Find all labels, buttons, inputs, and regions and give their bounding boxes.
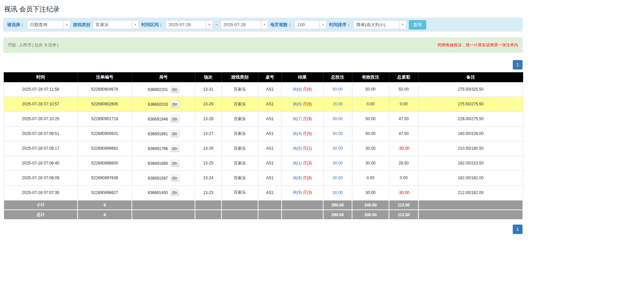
total-bet-cell: 30.00 bbox=[323, 156, 352, 171]
total-total-bet: 290.00 bbox=[323, 210, 352, 220]
search-button[interactable]: 查询 bbox=[409, 20, 426, 30]
total-bet-link[interactable]: 30.00 bbox=[333, 146, 343, 151]
total-valid-bet: 240.00 bbox=[352, 210, 389, 220]
game-type-cell: 百家乐 bbox=[221, 111, 258, 126]
page-1-button[interactable]: 1 bbox=[513, 225, 523, 234]
note-cell: 182.00/210.50 bbox=[418, 156, 523, 171]
time-cell: 2025-07-28 07:08:09 bbox=[4, 171, 78, 185]
video-camera-icon[interactable] bbox=[170, 115, 179, 123]
note-cell: 180.50/228.00 bbox=[418, 126, 523, 141]
table-row: 2025-07-28 07:08:40522690898600636691665… bbox=[4, 156, 523, 171]
video-camera-icon[interactable] bbox=[170, 86, 179, 93]
time-range-label: 时间区间： bbox=[141, 22, 163, 28]
game-type-cell: 百家乐 bbox=[221, 156, 258, 171]
bet-id-cell: 522690898600 bbox=[78, 156, 132, 171]
subtotal-payout: 113.50 bbox=[389, 200, 418, 210]
chevron-down-icon[interactable]: ▼ bbox=[399, 20, 406, 29]
total-bet-cell: 20.00 bbox=[323, 97, 352, 111]
video-camera-icon[interactable] bbox=[170, 101, 179, 108]
total-bet-link[interactable]: 50.00 bbox=[333, 116, 343, 121]
video-camera-icon[interactable] bbox=[170, 160, 179, 167]
date-to-value: 2025-07-28 bbox=[221, 20, 261, 29]
subtotal-row: 小计 8 290.00 240.00 113.50 bbox=[4, 200, 523, 210]
pagination-bottom: 1 bbox=[3, 225, 523, 234]
valid-bet-cell: 50.00 bbox=[352, 82, 389, 97]
payout-cell: 0.00 bbox=[389, 171, 418, 185]
chevron-down-icon[interactable]: ▼ bbox=[261, 20, 268, 29]
result-banker: 庄(9) bbox=[303, 116, 312, 121]
session-cell: 13-23 bbox=[195, 185, 221, 200]
video-camera-icon[interactable] bbox=[170, 175, 179, 182]
table-no-cell: AS1 bbox=[258, 171, 282, 185]
result-player: 闲(7) bbox=[293, 116, 302, 121]
payout-cell: 47.50 bbox=[389, 126, 418, 141]
game-type-value: 百家乐 bbox=[93, 20, 132, 29]
total-bet-link[interactable]: 30.00 bbox=[333, 176, 343, 180]
game-type-select[interactable]: 百家乐 ▼ bbox=[93, 20, 139, 29]
payout-cell: 47.50 bbox=[389, 111, 418, 126]
session-cell: 13-28 bbox=[195, 111, 221, 126]
date-from-picker[interactable]: 2025-07-28 ▼ bbox=[165, 20, 213, 29]
result-banker: 庄(3) bbox=[303, 190, 312, 195]
result-player: 闲(1) bbox=[293, 161, 302, 166]
col-note: 备注 bbox=[418, 72, 523, 82]
video-camera-icon[interactable] bbox=[170, 189, 179, 196]
select-type-label: 请选择： bbox=[7, 22, 24, 28]
date-to-picker[interactable]: 2025-07-28 ▼ bbox=[220, 20, 268, 29]
col-payout: 总派彩 bbox=[389, 72, 418, 82]
bet-id-cell: 522690904578 bbox=[78, 82, 132, 97]
result-cell: 闲(6) 庄(6) bbox=[282, 97, 323, 111]
sort-label: 时间排序： bbox=[329, 22, 351, 28]
sort-select[interactable]: 降幂(由大到小) ▼ bbox=[353, 20, 406, 29]
game-type-cell: 百家乐 bbox=[221, 185, 258, 200]
valid-bet-cell: 30.00 bbox=[352, 156, 389, 171]
total-bet-link[interactable]: 50.00 bbox=[333, 131, 343, 136]
result-cell: 闲(5) 庄(1) bbox=[282, 141, 323, 156]
valid-bet-cell: 0.00 bbox=[352, 171, 389, 185]
result-cell: 闲(8) 庄(8) bbox=[282, 171, 323, 185]
page: 视讯 会员下注纪录 请选择： 日期查询 ▼ 游戏类别 百家乐 ▼ 时间区间： 2… bbox=[0, 0, 523, 234]
valid-bet-cell: 50.00 bbox=[352, 111, 389, 126]
query-type-select[interactable]: 日期查询 ▼ bbox=[27, 20, 70, 29]
page-1-button[interactable]: 1 bbox=[513, 60, 523, 69]
col-result: 结果 bbox=[282, 72, 323, 82]
result-player: 闲(9) bbox=[293, 190, 302, 195]
chevron-down-icon[interactable]: ▼ bbox=[319, 20, 327, 29]
chevron-down-icon[interactable]: ▼ bbox=[63, 20, 70, 29]
round-cell: 636691766 bbox=[132, 141, 195, 156]
result-cell: 闲(1) 庄(3) bbox=[282, 156, 323, 171]
page-size-label: 每页笔数： bbox=[270, 22, 292, 28]
round-cell: 636691665 bbox=[132, 156, 195, 171]
result-player: 闲(8) bbox=[293, 176, 302, 180]
total-bet-link[interactable]: 30.00 bbox=[333, 161, 343, 166]
result-cell: 闲(7) 庄(9) bbox=[282, 111, 323, 126]
round-cell: 636691861 bbox=[132, 126, 195, 141]
table-no-cell: AS1 bbox=[258, 141, 282, 156]
round-cell: 636691587 bbox=[132, 171, 195, 185]
chevron-down-icon[interactable]: ▼ bbox=[132, 20, 139, 29]
total-bet-link[interactable]: 30.00 bbox=[333, 190, 343, 195]
table-row: 2025-07-28 07:08:09522690897639636691587… bbox=[4, 171, 523, 185]
video-camera-icon[interactable] bbox=[170, 145, 179, 152]
time-cell: 2025-07-28 07:10:25 bbox=[4, 111, 78, 126]
result-banker: 庄(6) bbox=[303, 87, 312, 92]
round-number: 636691493 bbox=[148, 190, 168, 195]
time-cell: 2025-07-28 07:09:51 bbox=[4, 126, 78, 141]
table-no-cell: AS1 bbox=[258, 111, 282, 126]
page-size-select[interactable]: 100 ▼ bbox=[295, 20, 327, 29]
bet-id-cell: 522690900631 bbox=[78, 126, 132, 141]
round-cell: 636692201 bbox=[132, 82, 195, 97]
valid-bet-cell: 50.00 bbox=[352, 126, 389, 141]
video-camera-icon[interactable] bbox=[170, 130, 179, 137]
note-cell: 228.00/275.50 bbox=[418, 111, 523, 126]
bet-id-cell: 522690897639 bbox=[78, 171, 132, 185]
round-number: 636691587 bbox=[148, 176, 168, 180]
result-banker: 庄(6) bbox=[303, 102, 312, 106]
valid-bet-cell: 30.00 bbox=[352, 185, 389, 200]
total-bet-link[interactable]: 20.00 bbox=[333, 102, 343, 106]
chevron-down-icon[interactable]: ▼ bbox=[206, 20, 213, 29]
total-bet-link[interactable]: 50.00 bbox=[333, 87, 343, 92]
game-type-label: 游戏类别 bbox=[73, 22, 90, 28]
session-cell: 13-27 bbox=[195, 126, 221, 141]
col-session: 场次 bbox=[195, 72, 221, 82]
